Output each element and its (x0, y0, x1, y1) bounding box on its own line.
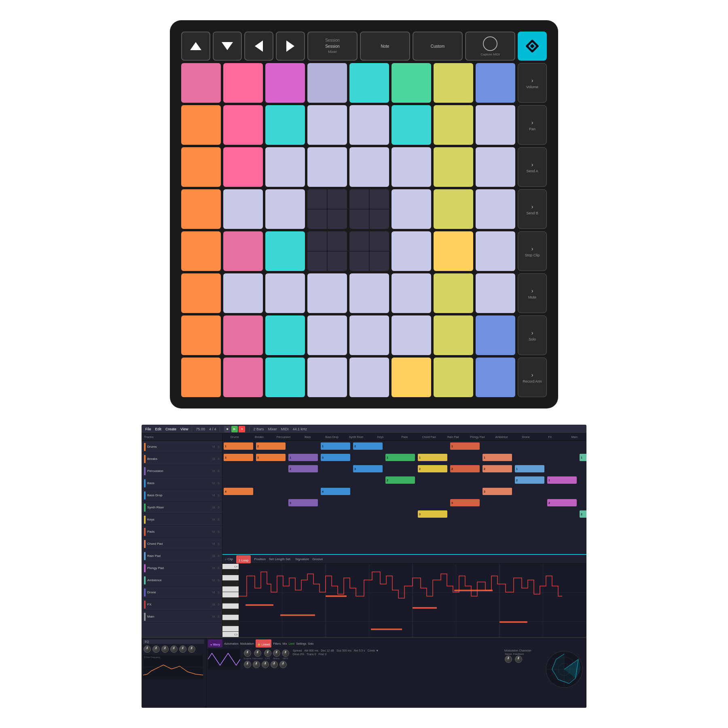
clip-block[interactable]: 2 (450, 465, 480, 472)
session-cell-6-9[interactable] (514, 509, 546, 519)
pad-4-7[interactable] (476, 231, 515, 271)
session-cell-7-3[interactable] (320, 520, 352, 531)
pad-2-1[interactable] (223, 147, 263, 187)
session-cell-6-1[interactable] (255, 509, 287, 519)
pad-4-4[interactable] (349, 231, 389, 271)
session-cell-7-9[interactable] (514, 520, 546, 531)
pad-0-2[interactable] (265, 63, 305, 103)
session-cell-5-11[interactable] (578, 497, 586, 508)
pad-5-5[interactable] (392, 273, 431, 313)
pad-5-2[interactable] (265, 273, 305, 313)
track-mute-btn[interactable]: M (212, 481, 215, 485)
daw-edit-menu[interactable]: Edit (154, 427, 163, 431)
clip-block[interactable]: 1 (321, 442, 350, 450)
pad-3-2[interactable] (265, 189, 305, 229)
pad-0-0[interactable] (181, 63, 221, 103)
track-solo-btn[interactable]: S (218, 554, 220, 558)
session-cell-5-8[interactable] (481, 497, 514, 508)
session-cell-7-11[interactable] (578, 520, 586, 531)
track-row-rain-pad[interactable]: Rain Pad M S (142, 550, 222, 562)
track-solo-btn[interactable]: S (218, 542, 220, 546)
pad-3-5[interactable] (392, 189, 431, 229)
session-cell-3-4[interactable] (352, 475, 384, 485)
clip-block[interactable]: 2 (418, 465, 447, 472)
clip-block[interactable]: 1 (483, 454, 512, 461)
piano-key-6[interactable] (222, 598, 239, 603)
clip-block[interactable]: 2 (256, 442, 286, 450)
track-row-breaks[interactable]: Breaks M S (142, 453, 222, 465)
pad-5-6[interactable] (434, 273, 473, 313)
session-cell-7-1[interactable] (255, 520, 287, 531)
pad-0-3[interactable] (307, 63, 347, 103)
track-row-main[interactable]: Main M S (142, 611, 222, 623)
session-cell-4-1[interactable] (255, 486, 287, 497)
pad-1-7[interactable] (476, 105, 515, 145)
track-solo-btn[interactable]: S (218, 457, 220, 461)
session-cell-0-2[interactable] (287, 441, 320, 451)
filter-knob-4[interactable] (271, 661, 278, 668)
session-cell-0-10[interactable] (546, 441, 578, 451)
track-mute-btn[interactable]: M (212, 615, 215, 618)
track-mute-btn[interactable]: M (212, 603, 215, 606)
track-solo-btn[interactable]: S (218, 530, 220, 533)
session-cell-1-10[interactable] (546, 452, 578, 463)
session-cell-3-7[interactable] (449, 475, 481, 485)
lfo-knob[interactable] (264, 650, 271, 657)
piano-key-10[interactable] (222, 620, 239, 626)
pad-1-1[interactable] (223, 105, 263, 145)
clip-block[interactable]: 1 (385, 454, 415, 461)
clip-block[interactable]: 2 (547, 499, 577, 506)
clip-block[interactable]: 2 (580, 510, 586, 518)
session-cell-5-3[interactable] (320, 497, 352, 508)
session-cell-5-7[interactable]: 3 (449, 497, 481, 508)
clip-block[interactable]: 3 (321, 454, 350, 461)
session-cell-0-1[interactable]: 2 (255, 441, 287, 451)
filter-knob-3[interactable] (262, 661, 269, 668)
pad-6-7[interactable] (476, 315, 515, 355)
session-cell-3-5[interactable]: 2 (384, 475, 417, 485)
session-cell-3-1[interactable] (255, 475, 287, 485)
session-cell-7-2[interactable] (287, 520, 320, 531)
session-cell-4-6[interactable] (417, 486, 449, 497)
session-cell-0-7[interactable]: 1 (449, 441, 481, 451)
piano-key-7[interactable] (222, 603, 239, 609)
track-solo-btn[interactable]: S (218, 590, 220, 594)
piano-key-3[interactable] (222, 581, 239, 586)
clip-block[interactable]: 3 (224, 454, 253, 461)
clip-block[interactable]: 1 (450, 442, 480, 450)
matrix-knob[interactable] (273, 650, 280, 657)
session-cell-1-1[interactable]: 3 (255, 452, 287, 463)
session-cell-6-7[interactable] (449, 509, 481, 519)
session-cell-5-5[interactable] (384, 497, 417, 508)
pad-7-6[interactable] (434, 358, 473, 397)
pad-1-2[interactable] (265, 105, 305, 145)
pad-2-6[interactable] (434, 147, 473, 187)
daw-view-menu[interactable]: View (179, 427, 189, 431)
pad-0-7[interactable] (476, 63, 515, 103)
clip-block[interactable]: 3 (288, 499, 318, 506)
session-cell-7-7[interactable] (449, 520, 481, 531)
session-cell-4-7[interactable] (449, 486, 481, 497)
session-cell-4-10[interactable] (546, 486, 578, 497)
pad-3-6[interactable] (434, 189, 473, 229)
piano-key-11[interactable] (222, 626, 239, 632)
clip-block[interactable]: 1 (580, 454, 586, 461)
session-cell-2-9[interactable]: 1 (514, 463, 546, 474)
track-solo-btn[interactable]: S (218, 566, 220, 570)
pad-5-0[interactable] (181, 273, 221, 313)
track-solo-btn[interactable]: S (218, 603, 220, 606)
track-solo-btn[interactable]: S (218, 481, 220, 485)
pad-3-0[interactable] (181, 189, 221, 229)
pad-3-3[interactable] (307, 189, 347, 229)
session-cell-2-0[interactable] (222, 463, 255, 474)
piano-key-9[interactable] (222, 615, 239, 620)
session-cell-0-8[interactable] (481, 441, 514, 451)
pad-7-4[interactable] (349, 358, 389, 397)
session-cell-4-3[interactable]: 4 (320, 486, 352, 497)
pad-7-0[interactable] (181, 358, 221, 397)
session-cell-6-10[interactable] (546, 509, 578, 519)
piano-key-8[interactable] (222, 609, 239, 615)
pad-7-5[interactable] (392, 358, 431, 397)
func-btn-solo[interactable]: › Solo (518, 315, 547, 355)
session-cell-2-11[interactable] (578, 463, 586, 474)
